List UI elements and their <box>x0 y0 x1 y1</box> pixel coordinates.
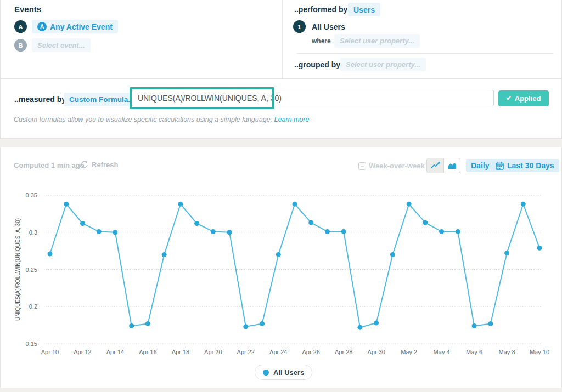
users-selector[interactable]: Users <box>348 3 380 16</box>
metric-selector-value: Custom Formula... <box>69 95 134 104</box>
event-a-badge: A <box>14 20 27 33</box>
event-b-placeholder: Select event... <box>37 41 85 49</box>
line-chart-type-button[interactable] <box>427 158 443 173</box>
svg-text:May 4: May 4 <box>434 349 450 355</box>
active-event-icon: A <box>37 22 47 31</box>
legend-all-users[interactable]: All Users <box>255 365 312 380</box>
events-title: Events <box>14 4 41 14</box>
svg-text:Apr 12: Apr 12 <box>74 349 91 355</box>
svg-text:Apr 10: Apr 10 <box>41 349 59 355</box>
where-label: where <box>312 37 331 45</box>
event-b-badge: B <box>14 39 27 52</box>
calendar-icon <box>496 162 504 170</box>
grouped-by-placeholder: Select user property... <box>346 60 420 69</box>
svg-text:0.2: 0.2 <box>29 303 37 310</box>
date-range-selector[interactable]: Last 30 Days <box>491 159 559 172</box>
measured-by-panel: ..measured by Custom Formula... <box>0 78 562 139</box>
legend-label: All Users <box>273 368 304 377</box>
date-range-value: Last 30 Days <box>507 161 554 170</box>
line-chart-icon <box>431 162 440 169</box>
svg-text:Apr 30: Apr 30 <box>367 349 385 355</box>
line-chart[interactable]: 0.150.20.250.30.35Apr 10Apr 12Apr 14Apr … <box>1 185 558 363</box>
computed-status: Computed 1 min ago <box>14 161 85 169</box>
refresh-button[interactable]: Refresh <box>80 160 118 169</box>
svg-text:Apr 26: Apr 26 <box>302 349 320 355</box>
performed-by-label: ..performed by <box>294 5 347 14</box>
users-value: Users <box>353 5 375 14</box>
refresh-label: Refresh <box>92 161 118 169</box>
week-over-week-toggle[interactable]: − Week-over-week <box>358 162 425 170</box>
event-a-label: Any Active Event <box>50 22 113 31</box>
caption-text: Custom formulas allow you to visualize s… <box>14 116 274 123</box>
formula-help-caption: Custom formulas allow you to visualize s… <box>14 116 309 123</box>
performed-by-column: ..performed by Users 1 All Users where S… <box>283 0 561 78</box>
performed-by-divider <box>297 53 554 54</box>
svg-text:Apr 20: Apr 20 <box>204 349 222 355</box>
svg-text:0.35: 0.35 <box>26 192 37 198</box>
query-builder-panel: Events A A Any Active Event B Select eve… <box>0 0 562 79</box>
grouped-by-selector[interactable]: Select user property... <box>340 58 426 71</box>
svg-text:Apr 24: Apr 24 <box>269 349 287 355</box>
refresh-icon <box>80 160 89 169</box>
svg-text:0.25: 0.25 <box>26 266 37 273</box>
grouped-by-label: ..grouped by <box>294 60 340 69</box>
metric-selector[interactable]: Custom Formula... <box>64 93 140 106</box>
series-dot-icon <box>263 370 269 376</box>
svg-text:May 8: May 8 <box>499 349 515 355</box>
event-b-selector[interactable]: Select event... <box>32 38 91 52</box>
chart-type-switcher <box>426 158 460 173</box>
area-chart-type-button[interactable] <box>443 158 460 173</box>
svg-text:0.3: 0.3 <box>29 229 37 236</box>
svg-text:May 10: May 10 <box>530 349 549 355</box>
check-icon: ✔ <box>507 95 512 102</box>
interval-selector[interactable]: Daily <box>466 159 494 172</box>
svg-text:Apr 28: Apr 28 <box>335 349 352 355</box>
svg-text:May 2: May 2 <box>401 349 417 355</box>
interval-value: Daily <box>471 161 489 170</box>
area-chart-icon <box>447 162 457 169</box>
computed-text: Computed 1 min ago <box>14 161 85 169</box>
learn-more-link[interactable]: Learn more <box>274 116 310 123</box>
all-users-label: All Users <box>312 22 345 31</box>
minus-checkbox-icon: − <box>358 162 366 170</box>
svg-text:Apr 18: Apr 18 <box>172 349 189 355</box>
svg-text:Apr 16: Apr 16 <box>139 349 156 355</box>
applied-button[interactable]: ✔ Applied <box>498 90 549 106</box>
measured-by-label: ..measured by <box>14 95 66 104</box>
applied-label: Applied <box>515 94 541 103</box>
events-column: Events A A Any Active Event B Select eve… <box>1 0 283 78</box>
where-placeholder: Select user property... <box>340 37 414 45</box>
segment-1-badge: 1 <box>293 20 306 33</box>
svg-text:Apr 14: Apr 14 <box>106 349 124 355</box>
event-a-selector[interactable]: A Any Active Event <box>32 20 118 33</box>
formula-input[interactable] <box>132 90 494 106</box>
svg-text:Apr 22: Apr 22 <box>237 349 255 355</box>
svg-text:UNIQUES(A)/ROLLWIN(UNIQUES, A,: UNIQUES(A)/ROLLWIN(UNIQUES, A, 30) <box>15 218 21 321</box>
where-property-selector[interactable]: Select user property... <box>334 34 420 48</box>
svg-text:May 6: May 6 <box>466 349 482 355</box>
svg-text:0.15: 0.15 <box>26 340 37 347</box>
week-over-week-label: Week-over-week <box>369 162 425 170</box>
